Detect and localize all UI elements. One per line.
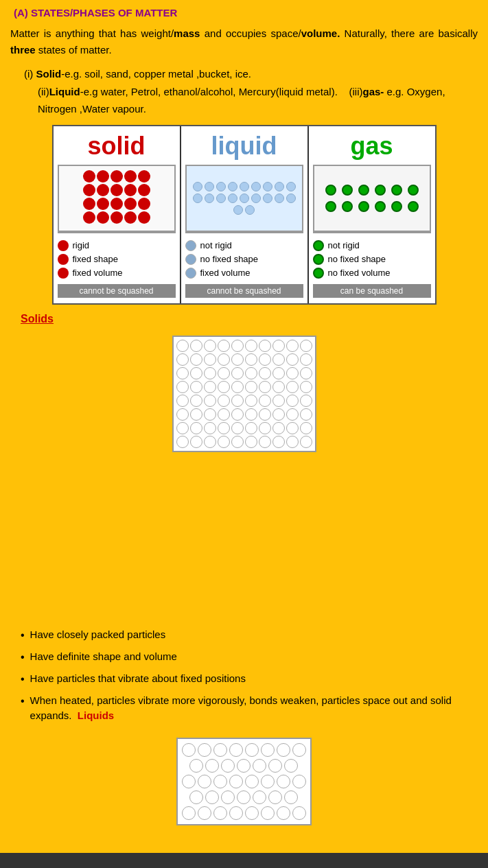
bullet-dot-4: •: [21, 693, 25, 724]
liquid-squash: cannot be squashed: [185, 284, 303, 298]
gas-dot-2: [313, 254, 324, 265]
page-title: (A) STATES/PHASES OF MATTER: [10, 7, 478, 19]
liquid-prop-rigid: not rigid: [185, 240, 232, 251]
intro-text: Matter is anything that has weight/mass …: [10, 25, 478, 58]
gas-column: gas not rigid no fixed shap: [309, 126, 435, 303]
bullet-text-2: Have definite shape and volume: [30, 649, 177, 666]
bullet-dot-3: •: [21, 671, 25, 688]
bullet-text-3: Have particles that vibrate about fixed …: [30, 671, 246, 688]
bullet-dot-1: •: [21, 627, 25, 644]
solid-dot-1: [58, 240, 69, 251]
bullet-text-1: Have closely packed particles: [30, 627, 166, 644]
liquid-prop-volume: fixed volume: [185, 268, 251, 279]
solid-prop-shape: fixed shape: [58, 254, 119, 265]
bullet-text-4: When heated, particles vibrate more vigo…: [30, 693, 467, 724]
solid-prop-rigid-label: rigid: [73, 240, 90, 250]
gas-prop-shape-label: no fixed shape: [328, 254, 386, 264]
liquid-title: liquid: [185, 132, 303, 161]
gas-squash: can be squashed: [313, 284, 431, 298]
solid-column: solid rigid fixed shape fixed volume can…: [54, 126, 181, 303]
liquids-link[interactable]: Liquids: [78, 709, 114, 721]
solids-link[interactable]: Solids: [21, 313, 478, 325]
liquid-column: liquid: [181, 126, 309, 303]
liquid-example: (ii)Liquid-e.g water, Petrol, ethanol/al…: [24, 83, 478, 118]
gas-prop-volume: no fixed volume: [313, 268, 391, 279]
bullet-dot-2: •: [21, 649, 25, 666]
gas-dot-1: [313, 240, 324, 251]
solid-grid: [172, 336, 316, 452]
gas-prop-rigid-label: not rigid: [328, 240, 360, 250]
states-list: (i) Solid-e.g. soil, sand, copper metal …: [24, 65, 478, 118]
gas-prop-rigid: not rigid: [313, 240, 360, 251]
liquid-particle-container: [185, 165, 303, 233]
bullet-item-4: • When heated, particles vibrate more vi…: [21, 693, 467, 724]
gas-prop-volume-label: no fixed volume: [328, 268, 391, 278]
liquid-prop-shape-label: no fixed shape: [200, 254, 259, 264]
solid-example: (i) Solid-e.g. soil, sand, copper metal …: [24, 65, 478, 83]
solid-grid-diagram: [10, 336, 478, 452]
liquid-dot-2: [185, 254, 196, 265]
solid-prop-rigid: rigid: [58, 240, 90, 251]
solid-prop-volume-label: fixed volume: [73, 268, 123, 278]
gas-particle-container: [313, 165, 431, 233]
solid-squash: cannot be squashed: [58, 284, 176, 298]
bullet-item-2: • Have definite shape and volume: [21, 649, 467, 666]
solid-prop-volume: fixed volume: [58, 268, 123, 279]
bullet-item-1: • Have closely packed particles: [21, 627, 467, 644]
liquid-prop-rigid-label: not rigid: [200, 240, 232, 250]
bullet-item-3: • Have particles that vibrate about fixe…: [21, 671, 467, 688]
bottom-bar: [0, 853, 488, 868]
comparison-table: solid rigid fixed shape fixed volume can…: [52, 125, 437, 305]
liquid-grid-wrapper: [176, 738, 312, 825]
solid-dot-3: [58, 268, 69, 279]
solid-dot-2: [58, 254, 69, 265]
solid-particle-container: [58, 165, 176, 233]
liquid-prop-volume-label: fixed volume: [200, 268, 251, 278]
gas-prop-shape: no fixed shape: [313, 254, 386, 265]
solid-prop-shape-label: fixed shape: [73, 254, 119, 264]
gas-dot-3: [313, 268, 324, 279]
liquid-dot-1: [185, 240, 196, 251]
liquid-prop-shape: no fixed shape: [185, 254, 259, 265]
liquid-dot-3: [185, 268, 196, 279]
gas-title: gas: [313, 132, 431, 161]
solid-title: solid: [58, 132, 176, 161]
liquid-grid-diagram: [10, 738, 478, 825]
bullet-section: • Have closely packed particles • Have d…: [21, 627, 467, 724]
